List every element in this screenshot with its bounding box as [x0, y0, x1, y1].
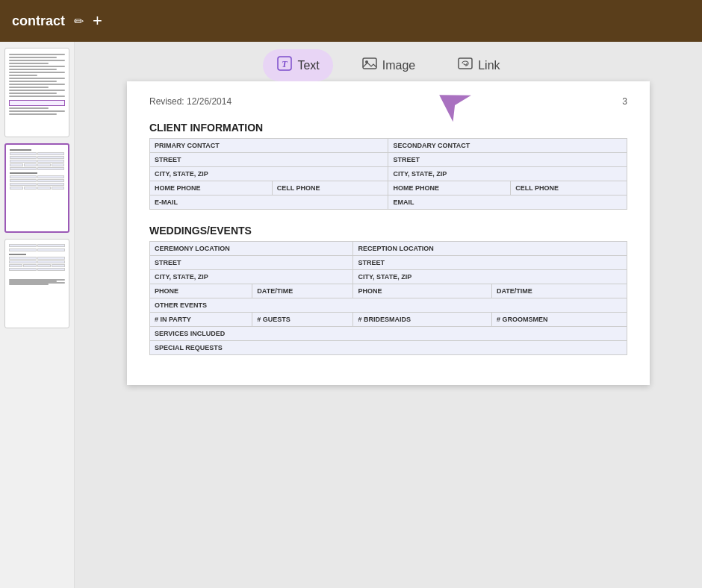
email-right-label: EMAIL [388, 196, 627, 210]
table-row: CEREMONY LOCATION RECEPTION LOCATION [150, 242, 627, 256]
table-row: # IN PARTY # GUESTS # BRIDESMAIDS # GROO… [150, 313, 627, 327]
home-phone-left-label: HOME PHONE [150, 181, 273, 196]
sidebar-page-1[interactable] [4, 48, 69, 137]
table-row: PHONE DATE/TIME PHONE DATE/TIME [150, 284, 627, 298]
street-left-label: STREET [150, 153, 388, 167]
city-state-zip-left-label: CITY, STATE, ZIP [150, 167, 388, 181]
link-tool-label: Link [478, 59, 500, 72]
image-icon-svg [361, 55, 378, 72]
table-row: CITY, STATE, ZIP CITY, STATE, ZIP [150, 167, 627, 181]
content-area: T Text Image [75, 42, 702, 588]
bridesmaids-label: # BRIDESMAIDS [353, 313, 491, 327]
email-left-label: E-MAIL [150, 196, 388, 210]
w-phone-right-label: PHONE [353, 284, 491, 298]
special-requests-label: SPECIAL REQUESTS [150, 341, 627, 355]
guests-label: # GUESTS [252, 313, 353, 327]
w-street-right-label: STREET [353, 256, 627, 270]
cell-phone-left-label: CELL PHONE [272, 181, 388, 196]
sidebar-page-3[interactable] [4, 239, 69, 328]
text-icon-svg: T [276, 55, 293, 72]
svg-text:T: T [282, 59, 288, 69]
services-included-label: SERVICES INCLUDED [150, 327, 627, 341]
w-street-left-label: STREET [150, 256, 353, 270]
w-city-state-zip-left-label: CITY, STATE, ZIP [150, 270, 353, 284]
city-state-zip-right-label: CITY, STATE, ZIP [388, 167, 627, 181]
image-tool-icon [361, 55, 378, 75]
sidebar-page-2[interactable] [4, 143, 69, 233]
street-right-label: STREET [388, 153, 627, 167]
client-info-table: PRIMARY CONTACT SECONDARY CONTACT STREET… [149, 138, 627, 210]
table-row: PRIMARY CONTACT SECONDARY CONTACT [150, 139, 627, 153]
page-number: 3 [622, 96, 627, 107]
groomsmen-label: # GROOMSMEN [491, 313, 627, 327]
edit-icon[interactable]: ✏ [74, 14, 84, 28]
table-row: E-MAIL EMAIL [150, 196, 627, 210]
table-row: CITY, STATE, ZIP CITY, STATE, ZIP [150, 270, 627, 284]
w-city-state-zip-right-label: CITY, STATE, ZIP [353, 270, 627, 284]
table-row: STREET STREET [150, 153, 627, 167]
client-section-title: CLIENT INFORMATION [149, 122, 627, 134]
secondary-contact-label: SECONDARY CONTACT [388, 139, 627, 153]
toolbar-inner: T Text Image [263, 49, 513, 81]
home-phone-right-label: HOME PHONE [388, 181, 511, 196]
document: Revised: 12/26/2014 3 CLIENT INFORMATION… [127, 81, 650, 385]
weddings-table: CEREMONY LOCATION RECEPTION LOCATION STR… [149, 241, 627, 355]
revised-date: Revised: 12/26/2014 [149, 96, 232, 107]
main-layout: T Text Image [0, 42, 702, 588]
top-bar: contract ✏ + [0, 0, 702, 42]
table-row: SPECIAL REQUESTS [150, 341, 627, 355]
other-events-label: OTHER EVENTS [150, 298, 627, 313]
image-tool-label: Image [382, 59, 415, 72]
link-icon-svg [457, 55, 473, 72]
sidebar [0, 42, 75, 588]
weddings-section-title: WEDDINGS/EVENTS [149, 225, 627, 237]
link-tool-icon [457, 55, 473, 75]
table-row: OTHER EVENTS [150, 298, 627, 313]
primary-contact-label: PRIMARY CONTACT [150, 139, 388, 153]
link-tool-button[interactable]: Link [444, 49, 513, 81]
text-tool-button[interactable]: T Text [263, 49, 332, 81]
text-tool-label: Text [297, 59, 319, 72]
w-datetime-right-label: DATE/TIME [491, 284, 627, 298]
image-tool-button[interactable]: Image [348, 49, 429, 81]
table-row: HOME PHONE CELL PHONE HOME PHONE CELL PH… [150, 181, 627, 196]
table-row: SERVICES INCLUDED [150, 327, 627, 341]
doc-header: Revised: 12/26/2014 3 [149, 96, 627, 107]
tab-title: contract [12, 13, 65, 29]
w-datetime-left-label: DATE/TIME [252, 284, 353, 298]
in-party-label: # IN PARTY [150, 313, 252, 327]
ceremony-location-label: CEREMONY LOCATION [150, 242, 353, 256]
table-row: STREET STREET [150, 256, 627, 270]
w-phone-left-label: PHONE [150, 284, 252, 298]
add-tab-button[interactable]: + [93, 11, 102, 31]
reception-location-label: RECEPTION LOCATION [353, 242, 627, 256]
cell-phone-right-label: CELL PHONE [511, 181, 627, 196]
text-tool-icon: T [276, 55, 293, 75]
